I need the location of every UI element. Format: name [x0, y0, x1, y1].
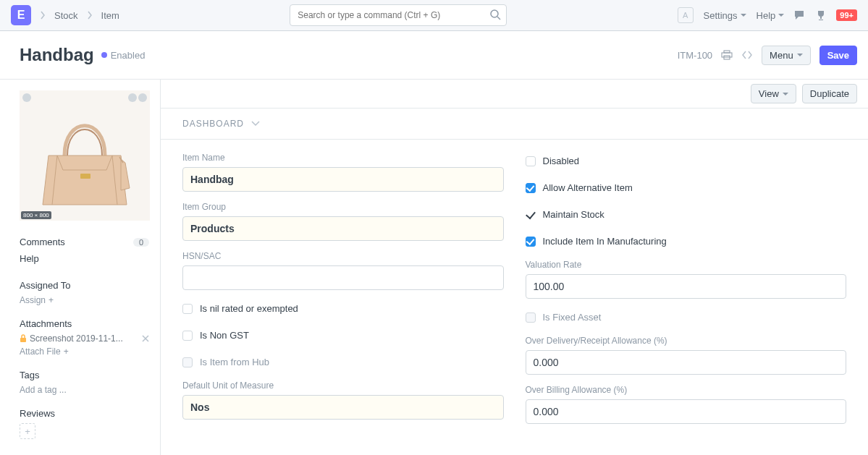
caret-down-icon	[783, 93, 788, 98]
top-navbar: E Stock Item A Settings Help	[0, 0, 868, 31]
image-info-icon[interactable]	[128, 93, 137, 102]
image-size-badge: 800 × 800	[21, 211, 51, 219]
is-non-gst-checkbox[interactable]: Is Non GST	[182, 327, 504, 344]
section-dashboard-head[interactable]: DASHBOARD	[161, 109, 868, 140]
settings-dropdown[interactable]: Settings	[704, 10, 746, 21]
page-title-wrap: Handbag Enabled	[20, 45, 145, 65]
checkbox-checked-icon	[526, 237, 536, 247]
plus-icon: +	[49, 295, 54, 305]
print-icon[interactable]	[721, 50, 733, 60]
page-title: Handbag	[20, 45, 94, 65]
is-nil-rated-checkbox[interactable]: Is nil rated or exempted	[182, 300, 504, 317]
sidebar-comments[interactable]: Comments	[20, 237, 65, 247]
search-icon[interactable]	[489, 9, 501, 20]
checkbox-icon	[526, 312, 536, 323]
disabled-checkbox[interactable]: Disabled	[526, 153, 847, 169]
valuation-rate-input[interactable]	[526, 274, 847, 299]
attachments-heading: Attachments	[20, 318, 149, 329]
menu-button[interactable]: Menu	[762, 46, 811, 65]
page-header: Handbag Enabled ITM-100 Menu Save	[0, 31, 868, 80]
user-avatar-chip[interactable]: A	[678, 7, 694, 23]
nav-center	[119, 4, 678, 26]
is-non-gst-label: Is Non GST	[200, 330, 249, 341]
allow-alternative-label: Allow Alternative Item	[543, 182, 633, 193]
form-body: Item Name Item Group HSN/SAC	[161, 140, 868, 446]
is-item-from-hub-label: Is Item from Hub	[200, 357, 269, 367]
add-tag-button[interactable]: Add a tag ...	[20, 385, 149, 395]
page-actions: ITM-100 Menu Save	[678, 46, 857, 65]
item-image[interactable]: 800 × 800	[20, 90, 150, 221]
form-col-left: Item Name Item Group HSN/SAC	[182, 153, 504, 424]
is-item-from-hub-checkbox[interactable]: Is Item from Hub	[182, 354, 504, 370]
item-code-text: ITM-100	[678, 50, 712, 61]
checkbox-icon	[526, 156, 536, 166]
duplicate-button[interactable]: Duplicate	[802, 84, 857, 103]
default-uom-label: Default Unit of Measure	[182, 380, 504, 391]
include-mfg-label: Include Item In Manufacturing	[543, 236, 667, 247]
default-uom-input[interactable]	[182, 395, 504, 420]
caret-down-icon	[778, 14, 784, 20]
checkbox-icon	[182, 357, 193, 367]
over-delivery-label: Over Delivery/Receipt Allowance (%)	[526, 336, 847, 346]
view-dropdown[interactable]: View	[751, 84, 796, 103]
checkmark-icon	[526, 210, 536, 220]
over-delivery-input[interactable]	[526, 350, 847, 375]
assigned-to-heading: Assigned To	[20, 280, 149, 291]
sidebar: 800 × 800 Comments 0 Help Assigned To As…	[0, 80, 160, 455]
main-panel: View Duplicate DASHBOARD Item Name	[160, 80, 868, 455]
handbag-illustration	[20, 90, 150, 221]
over-billing-input[interactable]	[526, 399, 847, 424]
checkbox-icon	[182, 304, 193, 314]
chevron-down-icon	[251, 121, 260, 127]
over-billing-label: Over Billing Allowance (%)	[526, 385, 847, 395]
form-col-right: Disabled Allow Alternative Item Maintain…	[526, 153, 847, 424]
include-mfg-checkbox[interactable]: Include Item In Manufacturing	[526, 233, 847, 250]
sidebar-help[interactable]: Help	[20, 253, 39, 264]
chevron-right-icon	[81, 11, 98, 20]
search-wrap	[290, 4, 507, 26]
hsn-sac-input[interactable]	[182, 265, 504, 290]
remove-attachment-icon[interactable]	[142, 335, 149, 342]
is-fixed-asset-checkbox[interactable]: Is Fixed Asset	[526, 309, 847, 326]
nav-right: A Settings Help 99+	[678, 7, 857, 23]
item-name-input[interactable]	[182, 167, 504, 192]
app-logo[interactable]: E	[11, 5, 31, 25]
chat-icon[interactable]	[794, 10, 806, 20]
settings-label: Settings	[704, 10, 738, 21]
svg-rect-3	[722, 53, 732, 57]
item-group-input[interactable]	[182, 216, 504, 241]
item-group-label: Item Group	[182, 202, 504, 212]
save-button[interactable]: Save	[819, 46, 857, 65]
image-remove-icon[interactable]	[138, 93, 147, 102]
help-dropdown[interactable]: Help	[757, 10, 785, 21]
attach-file-button[interactable]: Attach File +	[20, 346, 149, 357]
maintain-stock-checkbox[interactable]: Maintain Stock	[526, 206, 847, 223]
lock-icon	[20, 334, 27, 343]
attachment-filename: Screenshot 2019-11-1...	[30, 333, 123, 344]
assign-label: Assign	[20, 295, 46, 305]
image-info-icon[interactable]	[22, 93, 31, 102]
trophy-icon[interactable]	[816, 10, 826, 20]
global-search-input[interactable]	[290, 4, 507, 26]
allow-alternative-checkbox[interactable]: Allow Alternative Item	[526, 179, 847, 196]
valuation-rate-label: Valuation Rate	[526, 260, 847, 270]
plus-icon: +	[64, 346, 69, 357]
assign-button[interactable]: Assign +	[20, 295, 149, 305]
breadcrumb-item[interactable]: Item	[101, 10, 119, 21]
breadcrumb-stock[interactable]: Stock	[54, 10, 78, 21]
plus-icon: +	[25, 426, 30, 437]
attachment-row[interactable]: Screenshot 2019-11-1...	[20, 333, 149, 344]
checkbox-icon	[182, 331, 193, 341]
add-review-button[interactable]: +	[20, 423, 35, 439]
hsn-sac-label: HSN/SAC	[182, 251, 504, 261]
chevron-right-icon	[34, 11, 51, 20]
next-record-icon[interactable]	[747, 51, 753, 59]
svg-line-1	[497, 17, 500, 20]
prev-record-icon[interactable]	[741, 51, 747, 59]
maintain-stock-label: Maintain Stock	[543, 209, 604, 220]
help-label-nav: Help	[757, 10, 776, 21]
status-label: Enabled	[111, 50, 146, 61]
nav-left: E Stock Item	[11, 5, 119, 25]
notification-badge[interactable]: 99+	[836, 9, 857, 21]
is-fixed-asset-label: Is Fixed Asset	[543, 312, 602, 323]
